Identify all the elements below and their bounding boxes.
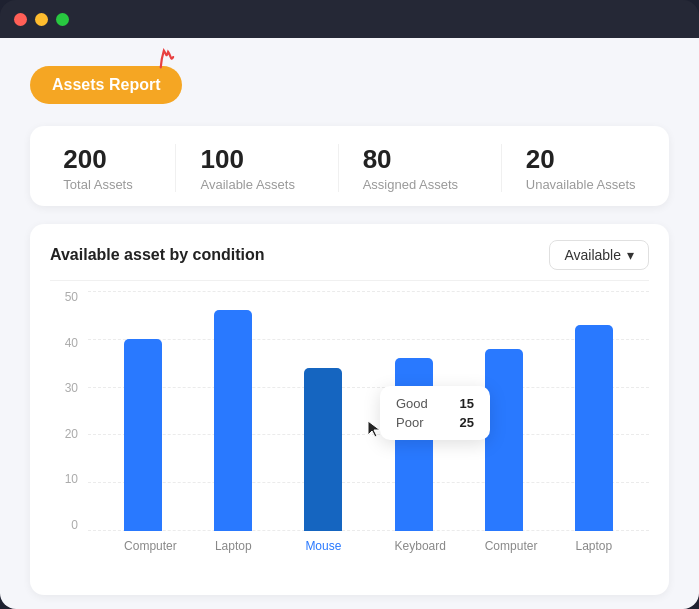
tooltip-row-poor: Poor 25 [396, 415, 474, 430]
y-label-0: 0 [50, 519, 78, 531]
stat-unavailable-assets: 20 Unavailable Assets [501, 144, 660, 192]
stat-available-assets: 100 Available Assets [175, 144, 318, 192]
bar-group-1 [214, 310, 252, 531]
stat-total-assets: 200 Total Assets [39, 144, 156, 192]
chart-header: Available asset by condition Available ▾ [50, 240, 649, 270]
y-label-20: 20 [50, 428, 78, 440]
assigned-assets-label: Assigned Assets [363, 177, 458, 192]
x-label-4: Computer [485, 539, 523, 553]
chart-divider [50, 280, 649, 281]
x-label-3: Keyboard [395, 539, 433, 553]
tooltip-poor-key: Poor [396, 415, 423, 430]
y-label-50: 50 [50, 291, 78, 303]
close-icon[interactable] [14, 13, 27, 26]
app-window: Assets Report 200 Total Assets 100 Avail… [0, 0, 699, 609]
y-label-10: 10 [50, 473, 78, 485]
bar-tooltip: Good 15 Poor 25 [380, 386, 490, 440]
y-label-30: 30 [50, 382, 78, 394]
y-axis: 0 10 20 30 40 50 [50, 291, 78, 531]
available-assets-label: Available Assets [200, 177, 294, 192]
doodle-icon [147, 41, 189, 84]
bars-area [88, 291, 649, 531]
bar-group-4 [485, 349, 523, 531]
x-label-0: Computer [124, 539, 162, 553]
bar-4[interactable] [485, 349, 523, 531]
y-label-40: 40 [50, 337, 78, 349]
bar-3[interactable] [395, 358, 433, 531]
maximize-icon[interactable] [56, 13, 69, 26]
x-label-2: Mouse [304, 539, 342, 553]
x-labels: ComputerLaptopMouseKeyboardComputerLapto… [88, 539, 649, 553]
total-assets-number: 200 [63, 144, 106, 175]
tooltip-poor-value: 25 [460, 415, 474, 430]
tooltip-good-value: 15 [460, 396, 474, 411]
bar-group-2 [304, 368, 342, 531]
bar-0[interactable] [124, 339, 162, 531]
total-assets-label: Total Assets [63, 177, 132, 192]
chart-section: Available asset by condition Available ▾… [30, 224, 669, 595]
content-area: Assets Report 200 Total Assets 100 Avail… [0, 38, 699, 609]
x-label-5: Laptop [575, 539, 613, 553]
bar-1[interactable] [214, 310, 252, 531]
unavailable-assets-number: 20 [526, 144, 555, 175]
stats-card: 200 Total Assets 100 Available Assets 80… [30, 126, 669, 206]
chevron-down-icon: ▾ [627, 247, 634, 263]
available-assets-number: 100 [200, 144, 243, 175]
assigned-assets-number: 80 [363, 144, 392, 175]
bar-5[interactable] [575, 325, 613, 531]
stat-assigned-assets: 80 Assigned Assets [338, 144, 482, 192]
dropdown-label: Available [564, 247, 621, 263]
report-header: Assets Report [30, 66, 182, 114]
chart-title: Available asset by condition [50, 246, 265, 264]
bar-group-5 [575, 325, 613, 531]
bar-group-0 [124, 339, 162, 531]
tooltip-good-key: Good [396, 396, 428, 411]
x-label-1: Laptop [214, 539, 252, 553]
titlebar [0, 0, 699, 38]
bar-group-3 [395, 358, 433, 531]
chart-wrap: 0 10 20 30 40 50 [50, 291, 649, 581]
available-dropdown[interactable]: Available ▾ [549, 240, 649, 270]
minimize-icon[interactable] [35, 13, 48, 26]
bar-2[interactable] [304, 368, 342, 531]
unavailable-assets-label: Unavailable Assets [526, 177, 636, 192]
tooltip-row-good: Good 15 [396, 396, 474, 411]
